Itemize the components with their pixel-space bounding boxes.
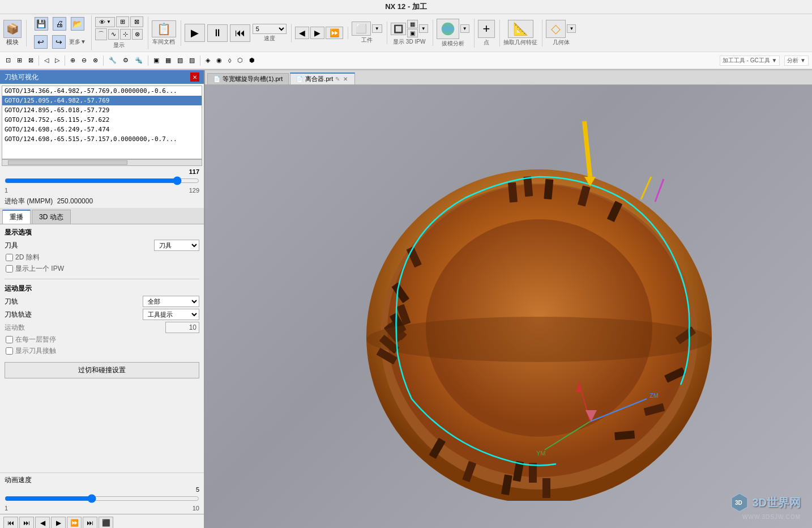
svg-text:YM: YM — [536, 450, 546, 457]
goto-item-1[interactable]: GOTO/134.366,-64.982,-57.769,0.0000000,-… — [2, 86, 202, 96]
geo-btn[interactable]: ◇ — [546, 20, 566, 38]
ctrl-back[interactable]: ◀ — [35, 517, 50, 528]
draft-arr-btn[interactable]: ▼ — [460, 24, 469, 33]
sub-tb-btn-11[interactable]: 🔩 — [133, 55, 145, 66]
show-ipw-checkbox[interactable] — [6, 265, 13, 272]
draft-analysis-btn[interactable] — [437, 19, 459, 39]
sub-tb-btn-14[interactable]: ▧ — [175, 55, 185, 66]
panel-close-btn[interactable]: ✕ — [190, 73, 199, 82]
ctrl-next-step[interactable]: ⏩ — [67, 517, 82, 528]
goto-item-2[interactable]: GOTO/125.095,-64.982,-57.769 — [2, 96, 202, 105]
sub-tb-btn-10[interactable]: ⚙ — [121, 55, 131, 66]
tab-replay[interactable]: 重播 — [2, 210, 31, 224]
trace-select[interactable]: 工具提示 无 接触点 — [143, 309, 199, 320]
svg-text:3D: 3D — [735, 500, 742, 506]
sub-tb-btn-3[interactable]: ⊠ — [26, 55, 36, 66]
workpiece-arr-btn[interactable]: ▼ — [372, 24, 382, 33]
sub-tb-btn-16[interactable]: ◈ — [203, 55, 212, 66]
undo-btn[interactable]: ↩ — [32, 33, 49, 50]
goto-item-4[interactable]: GOTO/124.752,-65.115,-57.622 — [2, 115, 202, 125]
points-btn[interactable]: + — [478, 20, 495, 38]
ipw-sub-btn2[interactable]: ▣ — [407, 29, 418, 37]
sub-tb-btn-1[interactable]: ⊡ — [3, 55, 13, 66]
mfg-tool-label: 加工工具 - GC工具 ▼ — [720, 56, 780, 66]
goto-item-3[interactable]: GOTO/124.895,-65.018,-57.729 — [2, 105, 202, 115]
analysis-label: 分析 ▼ — [784, 56, 809, 66]
collision-btn[interactable]: 过切和碰撞设置 — [5, 362, 199, 378]
extract-btn[interactable]: 📐 — [508, 20, 533, 38]
sub-tb-btn-6[interactable]: ⊕ — [68, 55, 78, 66]
view-dropdown-btn[interactable]: 👁▼ — [95, 17, 115, 27]
redo-btn[interactable]: ↪ — [50, 33, 67, 50]
trace-label: 刀轨轨迹 — [5, 310, 39, 320]
ipw-sub-btn1[interactable]: ▦ — [407, 20, 418, 28]
ctrl-prev-step[interactable]: ⏭ — [19, 517, 34, 528]
geo-arr-btn[interactable]: ▼ — [567, 24, 576, 33]
more-btn[interactable]: 更多▼ — [69, 33, 87, 50]
file-tab-2-close[interactable]: ✕ — [342, 76, 349, 82]
tool-select[interactable]: 刀具 无 夹持器 — [154, 240, 199, 251]
anim-speed-min: 1 — [5, 505, 8, 512]
sub-tb-btn-5[interactable]: ▷ — [53, 55, 62, 66]
sub-tb-btn-18[interactable]: ◊ — [226, 56, 233, 66]
ipw-btn[interactable]: 🔲 — [391, 23, 406, 35]
file-tab-2-modified: ✎ — [335, 76, 340, 82]
view-btn-7[interactable]: ⊗ — [132, 29, 143, 40]
file-tab-1[interactable]: 📄 等宽螺旋导向槽(1).prt — [207, 73, 289, 84]
view-btn-5[interactable]: ∿ — [108, 29, 119, 40]
anim-speed-max: 10 — [193, 505, 199, 512]
sub-tb-btn-20[interactable]: ⬢ — [247, 55, 257, 66]
workshop-doc-btn[interactable]: 📋 — [152, 20, 176, 37]
track-select[interactable]: 全部 无 切削 快速 — [143, 296, 199, 307]
sub-tb-btn-13[interactable]: ▦ — [163, 55, 173, 66]
ctrl-skip-start[interactable]: ⏮ — [3, 517, 18, 528]
contact-checkbox[interactable] — [6, 347, 13, 355]
goto-item-6[interactable]: GOTO/124.698,-65.515,-57.157,0.0000000,-… — [2, 134, 202, 144]
goto-item-5[interactable]: GOTO/124.698,-65.249,-57.474 — [2, 125, 202, 134]
open-btn[interactable]: 📂 — [69, 15, 86, 32]
sub-tb-btn-15[interactable]: ▨ — [187, 55, 197, 66]
arrow-double-btn[interactable]: ⏩ — [326, 27, 343, 39]
tab-3d-dynamic[interactable]: 3D 动态 — [32, 210, 71, 224]
stop-btn[interactable]: ⏮ — [230, 24, 250, 42]
view-btn-4[interactable]: ⌒ — [95, 28, 107, 40]
workpiece-group: ⬜ ▼ 工件 — [352, 22, 387, 44]
sub-tb-btn-4[interactable]: ◁ — [42, 55, 51, 66]
sub-tb-btn-19[interactable]: ⬡ — [235, 55, 245, 66]
workpiece-btn[interactable]: ⬜ — [352, 22, 371, 36]
ctrl-stop[interactable]: ⬛ — [99, 517, 113, 528]
position-slider-area: 117 1 129 — [0, 166, 204, 195]
goto-list[interactable]: GOTO/134.366,-64.982,-57.769,0.0000000,-… — [2, 86, 202, 159]
position-slider[interactable] — [5, 176, 199, 185]
pause-btn[interactable]: ⏸ — [207, 24, 228, 42]
view-btn-2[interactable]: ⊞ — [116, 16, 129, 27]
save-btn[interactable]: 💾 — [33, 15, 50, 32]
panel-title: 刀轨可视化 — [5, 73, 39, 82]
pause-checkbox[interactable] — [6, 336, 13, 343]
view-btn-6[interactable]: ⊹ — [120, 29, 131, 40]
speed-select[interactable]: 5 1 10 — [253, 24, 287, 34]
file-tabs-row: 📄 等宽螺旋导向槽(1).prt 📄 离合器.prt ✎ ✕ — [205, 70, 812, 85]
2d-remove-checkbox[interactable] — [6, 254, 13, 261]
motion-display-section: 运动显示 刀轨 全部 无 切削 快速 刀轨轨迹 工具提示 无 接 — [0, 282, 204, 359]
motion-count-input[interactable] — [165, 322, 199, 333]
file-tab-2[interactable]: 📄 离合器.prt ✎ ✕ — [290, 73, 355, 84]
ctrl-play-fwd[interactable]: ▶ — [51, 517, 66, 528]
sub-tb-btn-12[interactable]: ▣ — [151, 55, 161, 66]
ctrl-skip-end[interactable]: ⏭ — [83, 517, 97, 528]
motion-count-label: 运动数 — [5, 323, 25, 333]
sub-tb-btn-17[interactable]: ◉ — [214, 55, 224, 66]
view-btn-3[interactable]: ⊠ — [130, 16, 143, 27]
anim-speed-slider[interactable] — [5, 494, 199, 503]
print-btn[interactable]: 🖨 — [51, 15, 68, 32]
sub-tb-btn-7[interactable]: ⊖ — [79, 55, 89, 66]
ipw-arr-btn[interactable]: ▼ — [419, 24, 428, 33]
sub-tb-btn-9[interactable]: 🔧 — [106, 55, 119, 66]
sub-tb-btn-2[interactable]: ⊞ — [15, 55, 24, 66]
tab-row: 重播 3D 动态 — [0, 208, 204, 224]
contact-label: 显示刀具接触 — [15, 346, 56, 356]
sub-tb-btn-8[interactable]: ⊗ — [91, 55, 100, 66]
arrow-right-btn[interactable]: ▶ — [310, 27, 324, 39]
arrow-left-btn[interactable]: ◀ — [295, 27, 309, 39]
play-btn[interactable]: ▶ — [185, 24, 205, 42]
